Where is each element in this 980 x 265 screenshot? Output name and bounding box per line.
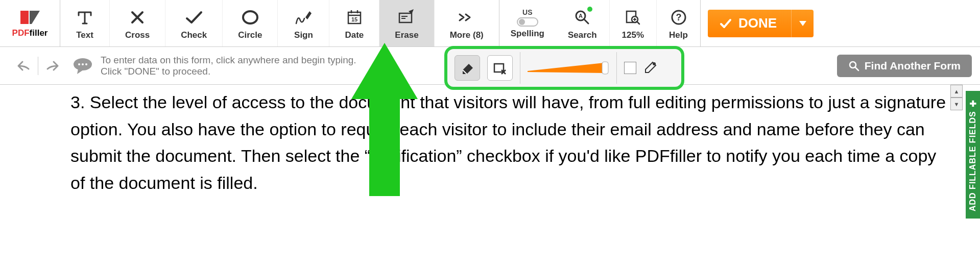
more-icon bbox=[458, 12, 476, 22]
spelling-button[interactable]: US Spelling bbox=[499, 0, 556, 46]
nav-divider bbox=[38, 57, 38, 75]
eyedropper-icon bbox=[643, 61, 657, 75]
help-label: Help bbox=[669, 30, 688, 40]
document-body-text: 3. Select the level of access to the doc… bbox=[70, 89, 950, 197]
svg-point-15 bbox=[78, 63, 80, 65]
sign-icon bbox=[293, 8, 314, 27]
done-check-icon bbox=[719, 17, 732, 30]
hint-line-1: To enter data on this form, click anywhe… bbox=[101, 55, 356, 66]
panel-divider bbox=[520, 52, 520, 84]
history-nav bbox=[4, 57, 72, 75]
app-logo[interactable]: PDFfiller bbox=[0, 0, 60, 46]
eraser-color-swatch[interactable] bbox=[624, 62, 636, 74]
check-icon bbox=[184, 8, 204, 27]
panel-divider bbox=[616, 52, 617, 84]
svg-text:?: ? bbox=[676, 12, 681, 22]
text-icon bbox=[76, 8, 94, 27]
zoom-label: 125% bbox=[622, 30, 644, 40]
speech-bubble-icon bbox=[72, 57, 93, 75]
svg-marker-1 bbox=[30, 11, 40, 24]
circle-icon bbox=[241, 8, 259, 27]
eyedropper-button[interactable] bbox=[643, 61, 657, 75]
vertical-scroll-buttons: ▲ ▼ bbox=[950, 85, 963, 110]
eraser-icon bbox=[460, 61, 475, 75]
svg-text:15: 15 bbox=[351, 16, 357, 22]
tools-group-edit: Text Cross Check Circle Sign 15 Date Era… bbox=[60, 0, 499, 46]
help-button[interactable]: ? Help bbox=[657, 0, 700, 46]
check-tool-button[interactable]: Check bbox=[165, 0, 223, 46]
scroll-up-button[interactable]: ▲ bbox=[950, 85, 963, 98]
help-icon: ? bbox=[670, 8, 688, 27]
svg-point-16 bbox=[82, 63, 84, 65]
document-viewport[interactable]: 3. Select the level of access to the doc… bbox=[0, 85, 966, 265]
zoom-icon bbox=[624, 8, 642, 27]
search-label: Search bbox=[568, 30, 597, 40]
add-fillable-fields-tab[interactable]: ADD FILLABLE FIELDS ✚ bbox=[966, 91, 980, 219]
undo-button[interactable] bbox=[14, 58, 33, 74]
done-label: DONE bbox=[738, 15, 777, 31]
scroll-down-button[interactable]: ▼ bbox=[950, 98, 963, 110]
circle-tool-label: Circle bbox=[238, 30, 262, 40]
erase-tool-label: Erase bbox=[395, 30, 418, 40]
date-tool-label: Date bbox=[345, 30, 364, 40]
blackout-mode-button[interactable] bbox=[487, 55, 513, 81]
app-logo-text: PDFfiller bbox=[12, 28, 48, 38]
svg-rect-21 bbox=[602, 62, 608, 74]
circle-tool-button[interactable]: Circle bbox=[223, 0, 278, 46]
svg-point-17 bbox=[85, 63, 87, 65]
wedge-icon bbox=[528, 61, 609, 75]
search-button[interactable]: A Search bbox=[556, 0, 610, 46]
erase-icon bbox=[396, 8, 417, 27]
svg-text:A: A bbox=[579, 13, 583, 19]
svg-marker-0 bbox=[20, 11, 29, 24]
eraser-size-slider[interactable] bbox=[528, 61, 609, 75]
cross-icon bbox=[128, 8, 147, 27]
done-dropdown-button[interactable] bbox=[791, 10, 814, 37]
find-another-form-button[interactable]: Find Another Form bbox=[837, 55, 972, 77]
more-tools-label: More (8) bbox=[450, 30, 484, 40]
plus-icon: ✚ bbox=[968, 98, 978, 108]
done-area: DONE bbox=[701, 0, 823, 46]
svg-point-22 bbox=[653, 62, 656, 65]
erase-options-panel bbox=[444, 46, 684, 90]
pdffiller-logo-icon bbox=[18, 9, 42, 26]
blackout-rect-icon bbox=[492, 61, 508, 75]
cross-tool-button[interactable]: Cross bbox=[110, 0, 165, 46]
main-toolbar: PDFfiller Text Cross Check Circle Sign 1… bbox=[0, 0, 980, 47]
done-button[interactable]: DONE bbox=[708, 10, 814, 37]
erase-tool-button[interactable]: Erase bbox=[379, 0, 434, 46]
date-tool-button[interactable]: 15 Date bbox=[329, 0, 379, 46]
spelling-label: Spelling bbox=[511, 29, 544, 39]
calendar-icon: 15 bbox=[345, 8, 364, 27]
search-indicator-dot bbox=[587, 7, 592, 12]
hint-line-2: Click "DONE" to proceed. bbox=[101, 66, 356, 77]
spelling-toggle-icon bbox=[517, 17, 538, 27]
add-fields-label: ADD FILLABLE FIELDS bbox=[968, 111, 977, 212]
check-tool-label: Check bbox=[181, 30, 207, 40]
search-icon bbox=[848, 60, 859, 71]
text-tool-label: Text bbox=[76, 30, 93, 40]
chevron-down-icon bbox=[799, 21, 806, 26]
svg-marker-20 bbox=[528, 63, 604, 73]
sign-tool-button[interactable]: Sign bbox=[278, 0, 329, 46]
eraser-mode-button[interactable] bbox=[455, 55, 480, 81]
text-tool-button[interactable]: Text bbox=[60, 0, 110, 46]
spelling-lang-label: US bbox=[522, 8, 532, 16]
find-form-label: Find Another Form bbox=[865, 60, 961, 72]
more-tools-button[interactable]: More (8) bbox=[435, 0, 499, 46]
svg-point-2 bbox=[243, 11, 257, 23]
redo-icon bbox=[45, 60, 60, 72]
zoom-button[interactable]: 125% bbox=[610, 0, 657, 46]
tools-group-view: US Spelling A Search 125% ? Help bbox=[499, 0, 701, 46]
sign-tool-label: Sign bbox=[294, 30, 313, 40]
redo-button[interactable] bbox=[43, 58, 62, 74]
cross-tool-label: Cross bbox=[125, 30, 150, 40]
undo-icon bbox=[16, 60, 31, 72]
svg-marker-12 bbox=[799, 21, 806, 26]
